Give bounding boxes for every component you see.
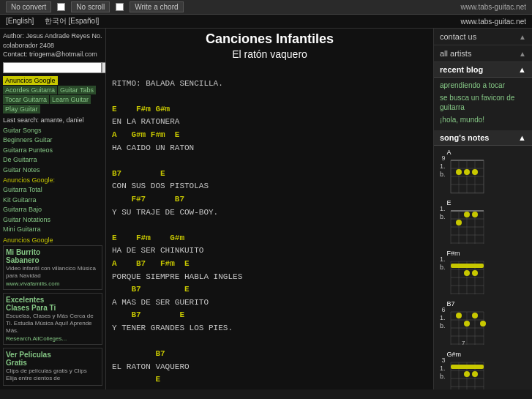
chord-e3: E [112, 375, 160, 384]
lyric-2: HA CAIDO UN RATON [112, 143, 194, 152]
last-search: Last search: amante, daniel [3, 116, 102, 124]
lyric-10: SACO SUS PISTOLAS, [112, 388, 199, 389]
recent-blog-label: recent blog [440, 65, 483, 74]
ad-title-peliculas[interactable]: Ver PeliculasGratis [6, 351, 100, 367]
top-bar: No convert No scroll Write a chord www.t… [0, 0, 532, 15]
nav-guitar-tabs[interactable]: Guitar Tabs [58, 86, 96, 94]
lyric-4: Y SU TRAJE DE COW-BOY. [112, 208, 218, 217]
svg-point-38 [464, 270, 470, 276]
svg-point-39 [472, 270, 478, 276]
recent-blog-section: recent blog ▲ [434, 62, 532, 78]
svg-point-67 [472, 371, 478, 377]
chord-e1: E F#m G#m [112, 105, 170, 113]
svg-rect-0 [451, 160, 484, 193]
sidebar-mini-guitarra[interactable]: Mini Guitarra [3, 225, 102, 235]
chord-diagram-Gm: 3 1. b. G#m [440, 351, 526, 389]
site-url: www.tabs-guitac.net [461, 3, 527, 11]
nav-contact[interactable]: contact us ▲ [434, 29, 532, 45]
chord-a2: A B7 F#m E [112, 259, 190, 268]
chord-fm-name: F#m [447, 250, 487, 257]
ad-title-clases[interactable]: ExcelentesClases Para Ti [6, 296, 100, 312]
site-url-lang: www.tabs-guitac.net [461, 18, 527, 26]
main-layout: Author: Jesus Andrade Reyes No. colabora… [0, 29, 532, 389]
sidebar-guitarra-total[interactable]: Guitarra Total [3, 185, 102, 195]
svg-point-51 [472, 313, 478, 318]
chord-a1: A G#m F#m E [112, 130, 179, 139]
search-input[interactable] [3, 62, 102, 73]
chord-b7-4: B7 [112, 349, 165, 358]
no-convert-button[interactable]: No convert [6, 1, 51, 12]
nav-all-artists[interactable]: all artists ▲ [434, 45, 532, 62]
svg-point-52 [464, 321, 470, 327]
blog-items: aprendiendo a tocar se busca un favicon … [434, 78, 532, 130]
blog-item-1[interactable]: aprendiendo a tocar [440, 81, 526, 90]
nav-play[interactable]: Play Guitar [3, 105, 40, 113]
write-chord-button[interactable]: Write a chord [130, 1, 183, 12]
chord-a-svg [447, 157, 487, 195]
top-left: No convert No scroll Write a chord [6, 1, 184, 12]
guitarra-total-links: Guitarra Total Kit Guitarra Guitarra Baj… [3, 185, 102, 235]
no-scroll-button[interactable]: No scroll [71, 1, 110, 12]
ad-title-burrito[interactable]: Mi BurritoSabanero [6, 248, 100, 264]
lang-spanish[interactable]: 한국어 [Español] [45, 17, 99, 25]
chord-a-name: A [447, 149, 487, 156]
no-convert-checkbox[interactable] [57, 3, 65, 11]
nav-anuncios[interactable]: Anuncios Google [3, 76, 58, 85]
ad-text-clases: Escuelas, Clases y Más Cerca de Ti. Estu… [6, 313, 100, 335]
chord-e2: E F#m G#m [112, 234, 184, 242]
ad-url-clases[interactable]: Research.AllColleges... [6, 335, 100, 342]
sidebar-kit-guitarra[interactable]: Kit Guitarra [3, 195, 102, 206]
sidebar-guitar-notations[interactable]: Guitar Notations [3, 215, 102, 225]
lyric-5: HA DE SER CHINKUITO [112, 246, 203, 255]
song-notes-section: song's notes ▲ [434, 130, 532, 146]
blog-item-2[interactable]: se busca un favicon de guitarra [440, 93, 526, 112]
center-content: Canciones Infantiles El ratón vaquero RI… [106, 29, 433, 389]
no-scroll-checkbox[interactable] [116, 3, 124, 11]
author-info: Author: Jesus Andrade Reyes No. colabora… [3, 31, 102, 59]
song-line-1: RITMO: BALADA SENCILLA. [112, 79, 223, 88]
sidebar-link-de-guitarra[interactable]: De Guitarra [3, 155, 102, 165]
svg-point-13 [472, 169, 478, 175]
chord-b7-3: B7 E [112, 310, 184, 319]
sidebar-link-beginners[interactable]: Beginners Guitar [3, 135, 102, 146]
sidebar-link-guitar-notes[interactable]: Guitar Notes [3, 165, 102, 176]
chord-gm-svg: 4 [447, 359, 487, 389]
blog-item-3[interactable]: ¡hola, mundo! [440, 115, 526, 124]
svg-point-26 [456, 220, 462, 225]
nav-acordes[interactable]: Acordes Guitarra [3, 86, 57, 94]
sidebar-link-guitar-songs[interactable]: Guitar Songs [3, 126, 102, 136]
ads-label-2: Anuncios Google [3, 236, 102, 244]
chord-diagram-B7: 6 1. b. B7 [440, 300, 526, 348]
lyric-9: EL RATON VAQUERO [112, 362, 190, 371]
nav-learn[interactable]: Learn Guitar [50, 95, 91, 104]
svg-point-66 [464, 371, 470, 377]
lang-english[interactable]: [English] [6, 17, 34, 25]
sidebar-links: Guitar Songs Beginners Guitar Guitarra P… [3, 126, 102, 176]
right-sidebar: contact us ▲ all artists ▲ recent blog ▲… [433, 29, 532, 389]
last-search-value: amante, daniel [41, 116, 84, 124]
chord-b7-name: B7 [447, 300, 487, 307]
nav-contact-arrow: ▲ [519, 33, 526, 41]
chord-diagrams: 9 1. b. A [434, 149, 532, 389]
sidebar-guitarra-bajo[interactable]: Guitarra Bajo [3, 205, 102, 215]
svg-text:7: 7 [462, 340, 465, 346]
recent-blog-arrow: ▲ [518, 65, 526, 74]
song-notes-label: song's notes [440, 133, 489, 142]
contact-label: Contact: [3, 51, 28, 58]
song-content: RITMO: BALADA SENCILLA. E F#m G#m EN LA … [112, 64, 427, 389]
contact-email: triogema@hotmail.com [29, 51, 97, 58]
song-subtitle: El ratón vaquero [112, 48, 427, 60]
chord-b7-1: B7 E [112, 169, 165, 178]
sidebar-link-punteos[interactable]: Guitarra Punteos [3, 146, 102, 156]
nav-all-artists-label: all artists [440, 49, 471, 58]
nav-tocar[interactable]: Tocar Guitarra [3, 95, 49, 104]
song-notes-arrow: ▲ [518, 133, 526, 142]
search-box: Search [3, 62, 102, 73]
ad-url-burrito[interactable]: www.vivafamilis.com [6, 280, 100, 287]
nav-links: Anuncios Google Acordes Guitarra Guitar … [3, 76, 102, 113]
svg-rect-65 [451, 365, 484, 369]
chord-e-svg [447, 207, 487, 245]
svg-point-50 [456, 313, 462, 318]
left-sidebar: Author: Jesus Andrade Reyes No. colabora… [0, 29, 106, 389]
song-title: Canciones Infantiles [112, 31, 427, 47]
